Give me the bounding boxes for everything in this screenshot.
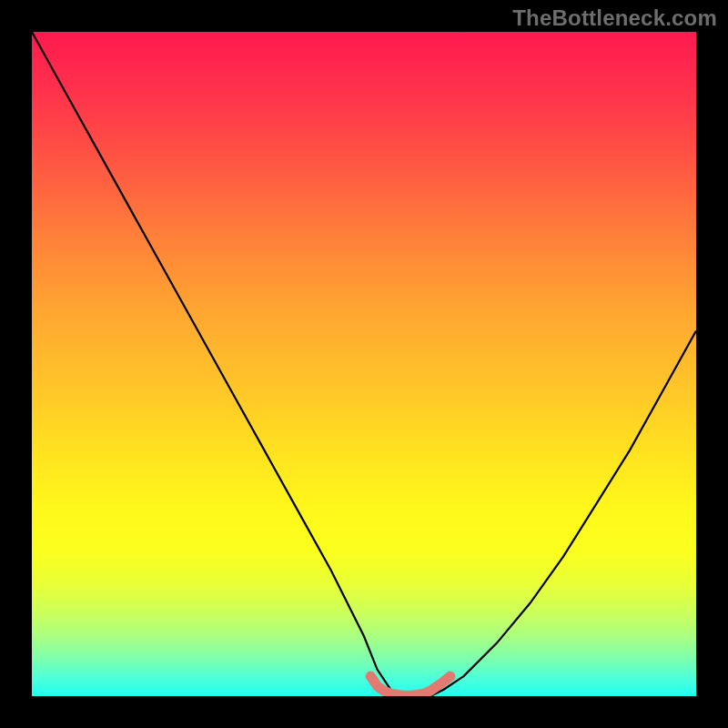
plot-area [32, 32, 696, 696]
watermark-text: TheBottleneck.com [512, 5, 717, 31]
bottleneck-curve [32, 32, 696, 696]
curve-line [32, 32, 696, 696]
chart-frame: TheBottleneck.com [0, 0, 728, 728]
